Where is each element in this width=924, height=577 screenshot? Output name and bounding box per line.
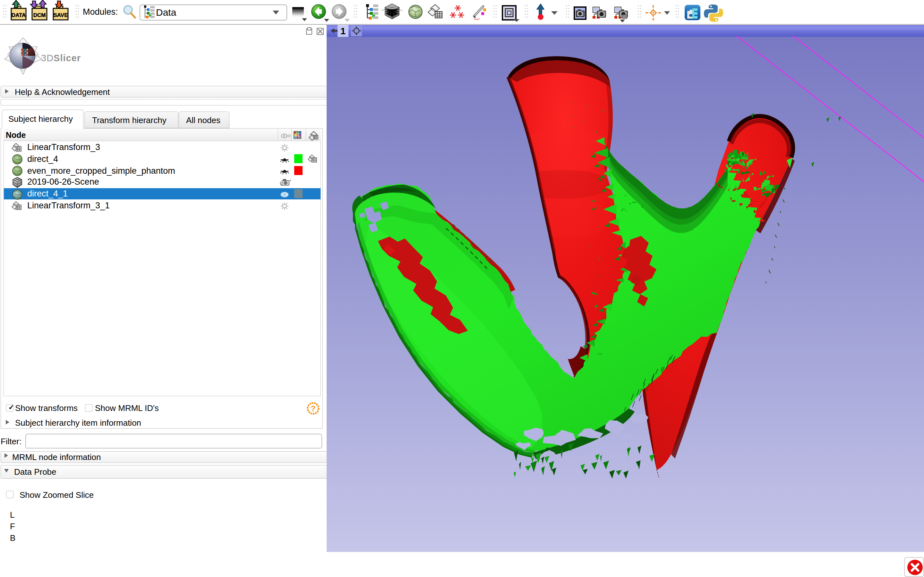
svg-text:1: 1 xyxy=(341,26,346,36)
svg-text:DATA: DATA xyxy=(11,12,26,18)
svg-text:?: ? xyxy=(311,404,316,413)
svg-text:SAVE: SAVE xyxy=(53,12,68,18)
svg-text:DCM: DCM xyxy=(33,12,46,18)
